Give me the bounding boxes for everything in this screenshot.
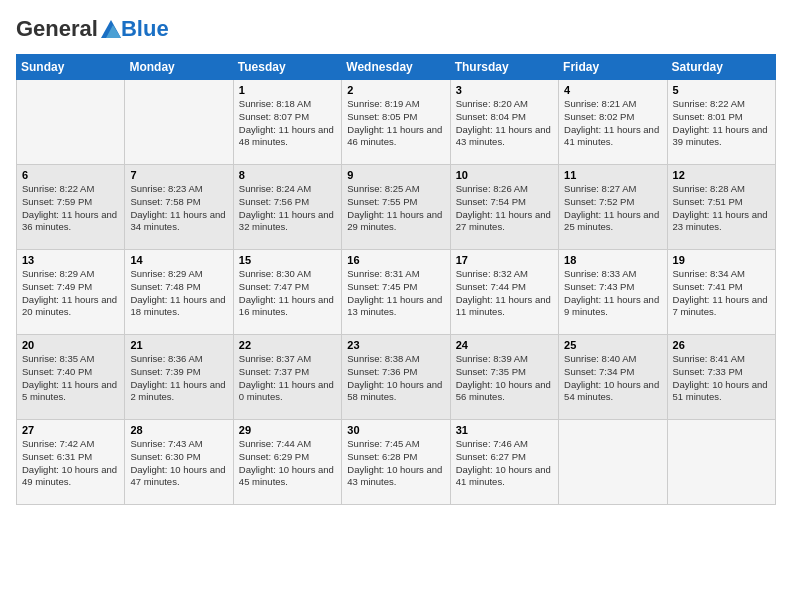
- calendar-cell: [17, 80, 125, 165]
- calendar-cell: 2Sunrise: 8:19 AMSunset: 8:05 PMDaylight…: [342, 80, 450, 165]
- day-info: Sunrise: 8:26 AMSunset: 7:54 PMDaylight:…: [456, 183, 553, 234]
- day-info: Sunrise: 8:40 AMSunset: 7:34 PMDaylight:…: [564, 353, 661, 404]
- day-header-tuesday: Tuesday: [233, 55, 341, 80]
- day-header-monday: Monday: [125, 55, 233, 80]
- day-info: Sunrise: 8:28 AMSunset: 7:51 PMDaylight:…: [673, 183, 770, 234]
- calendar-header: SundayMondayTuesdayWednesdayThursdayFrid…: [17, 55, 776, 80]
- calendar-cell: 13Sunrise: 8:29 AMSunset: 7:49 PMDayligh…: [17, 250, 125, 335]
- calendar-cell: 3Sunrise: 8:20 AMSunset: 8:04 PMDaylight…: [450, 80, 558, 165]
- calendar-cell: 26Sunrise: 8:41 AMSunset: 7:33 PMDayligh…: [667, 335, 775, 420]
- day-number: 14: [130, 254, 227, 266]
- day-number: 26: [673, 339, 770, 351]
- day-number: 3: [456, 84, 553, 96]
- day-info: Sunrise: 8:31 AMSunset: 7:45 PMDaylight:…: [347, 268, 444, 319]
- calendar-cell: 7Sunrise: 8:23 AMSunset: 7:58 PMDaylight…: [125, 165, 233, 250]
- logo-text: GeneralBlue: [16, 16, 169, 42]
- calendar-cell: 20Sunrise: 8:35 AMSunset: 7:40 PMDayligh…: [17, 335, 125, 420]
- calendar-cell: [667, 420, 775, 505]
- calendar-table: SundayMondayTuesdayWednesdayThursdayFrid…: [16, 54, 776, 505]
- day-info: Sunrise: 8:30 AMSunset: 7:47 PMDaylight:…: [239, 268, 336, 319]
- day-info: Sunrise: 8:32 AMSunset: 7:44 PMDaylight:…: [456, 268, 553, 319]
- calendar-cell: 31Sunrise: 7:46 AMSunset: 6:27 PMDayligh…: [450, 420, 558, 505]
- calendar-cell: 8Sunrise: 8:24 AMSunset: 7:56 PMDaylight…: [233, 165, 341, 250]
- day-number: 13: [22, 254, 119, 266]
- calendar-body: 1Sunrise: 8:18 AMSunset: 8:07 PMDaylight…: [17, 80, 776, 505]
- calendar-cell: 25Sunrise: 8:40 AMSunset: 7:34 PMDayligh…: [559, 335, 667, 420]
- day-number: 1: [239, 84, 336, 96]
- calendar-cell: 5Sunrise: 8:22 AMSunset: 8:01 PMDaylight…: [667, 80, 775, 165]
- calendar-cell: 22Sunrise: 8:37 AMSunset: 7:37 PMDayligh…: [233, 335, 341, 420]
- day-info: Sunrise: 8:37 AMSunset: 7:37 PMDaylight:…: [239, 353, 336, 404]
- calendar-week-2: 6Sunrise: 8:22 AMSunset: 7:59 PMDaylight…: [17, 165, 776, 250]
- calendar-cell: 9Sunrise: 8:25 AMSunset: 7:55 PMDaylight…: [342, 165, 450, 250]
- calendar-cell: 12Sunrise: 8:28 AMSunset: 7:51 PMDayligh…: [667, 165, 775, 250]
- calendar-cell: 1Sunrise: 8:18 AMSunset: 8:07 PMDaylight…: [233, 80, 341, 165]
- day-number: 30: [347, 424, 444, 436]
- day-number: 6: [22, 169, 119, 181]
- day-number: 18: [564, 254, 661, 266]
- day-number: 20: [22, 339, 119, 351]
- day-number: 15: [239, 254, 336, 266]
- calendar-cell: 19Sunrise: 8:34 AMSunset: 7:41 PMDayligh…: [667, 250, 775, 335]
- day-info: Sunrise: 7:43 AMSunset: 6:30 PMDaylight:…: [130, 438, 227, 489]
- calendar-cell: 24Sunrise: 8:39 AMSunset: 7:35 PMDayligh…: [450, 335, 558, 420]
- day-info: Sunrise: 8:38 AMSunset: 7:36 PMDaylight:…: [347, 353, 444, 404]
- day-info: Sunrise: 7:44 AMSunset: 6:29 PMDaylight:…: [239, 438, 336, 489]
- day-number: 31: [456, 424, 553, 436]
- day-info: Sunrise: 8:34 AMSunset: 7:41 PMDaylight:…: [673, 268, 770, 319]
- calendar-cell: 23Sunrise: 8:38 AMSunset: 7:36 PMDayligh…: [342, 335, 450, 420]
- day-info: Sunrise: 8:21 AMSunset: 8:02 PMDaylight:…: [564, 98, 661, 149]
- calendar-week-1: 1Sunrise: 8:18 AMSunset: 8:07 PMDaylight…: [17, 80, 776, 165]
- day-info: Sunrise: 8:22 AMSunset: 8:01 PMDaylight:…: [673, 98, 770, 149]
- calendar-cell: 14Sunrise: 8:29 AMSunset: 7:48 PMDayligh…: [125, 250, 233, 335]
- day-info: Sunrise: 8:19 AMSunset: 8:05 PMDaylight:…: [347, 98, 444, 149]
- day-number: 19: [673, 254, 770, 266]
- day-header-wednesday: Wednesday: [342, 55, 450, 80]
- calendar-cell: 17Sunrise: 8:32 AMSunset: 7:44 PMDayligh…: [450, 250, 558, 335]
- calendar-cell: 11Sunrise: 8:27 AMSunset: 7:52 PMDayligh…: [559, 165, 667, 250]
- day-number: 9: [347, 169, 444, 181]
- day-info: Sunrise: 7:42 AMSunset: 6:31 PMDaylight:…: [22, 438, 119, 489]
- day-info: Sunrise: 8:33 AMSunset: 7:43 PMDaylight:…: [564, 268, 661, 319]
- calendar-cell: [559, 420, 667, 505]
- day-info: Sunrise: 8:27 AMSunset: 7:52 PMDaylight:…: [564, 183, 661, 234]
- day-info: Sunrise: 8:25 AMSunset: 7:55 PMDaylight:…: [347, 183, 444, 234]
- logo-general: General: [16, 16, 98, 42]
- calendar-cell: 4Sunrise: 8:21 AMSunset: 8:02 PMDaylight…: [559, 80, 667, 165]
- day-number: 29: [239, 424, 336, 436]
- logo-blue: Blue: [121, 16, 169, 41]
- day-number: 17: [456, 254, 553, 266]
- day-header-sunday: Sunday: [17, 55, 125, 80]
- calendar-cell: 30Sunrise: 7:45 AMSunset: 6:28 PMDayligh…: [342, 420, 450, 505]
- calendar-week-5: 27Sunrise: 7:42 AMSunset: 6:31 PMDayligh…: [17, 420, 776, 505]
- day-number: 4: [564, 84, 661, 96]
- calendar-cell: 29Sunrise: 7:44 AMSunset: 6:29 PMDayligh…: [233, 420, 341, 505]
- calendar-week-3: 13Sunrise: 8:29 AMSunset: 7:49 PMDayligh…: [17, 250, 776, 335]
- page-container: GeneralBlue SundayMondayTuesdayWednesday…: [0, 0, 792, 515]
- day-info: Sunrise: 8:18 AMSunset: 8:07 PMDaylight:…: [239, 98, 336, 149]
- day-info: Sunrise: 8:23 AMSunset: 7:58 PMDaylight:…: [130, 183, 227, 234]
- day-number: 28: [130, 424, 227, 436]
- calendar-cell: 21Sunrise: 8:36 AMSunset: 7:39 PMDayligh…: [125, 335, 233, 420]
- day-info: Sunrise: 8:24 AMSunset: 7:56 PMDaylight:…: [239, 183, 336, 234]
- day-header-saturday: Saturday: [667, 55, 775, 80]
- day-info: Sunrise: 8:41 AMSunset: 7:33 PMDaylight:…: [673, 353, 770, 404]
- day-number: 23: [347, 339, 444, 351]
- header-row: SundayMondayTuesdayWednesdayThursdayFrid…: [17, 55, 776, 80]
- header: GeneralBlue: [16, 16, 776, 42]
- day-info: Sunrise: 8:35 AMSunset: 7:40 PMDaylight:…: [22, 353, 119, 404]
- day-info: Sunrise: 8:20 AMSunset: 8:04 PMDaylight:…: [456, 98, 553, 149]
- day-info: Sunrise: 7:45 AMSunset: 6:28 PMDaylight:…: [347, 438, 444, 489]
- day-number: 2: [347, 84, 444, 96]
- day-header-thursday: Thursday: [450, 55, 558, 80]
- day-number: 5: [673, 84, 770, 96]
- day-number: 11: [564, 169, 661, 181]
- day-info: Sunrise: 8:29 AMSunset: 7:49 PMDaylight:…: [22, 268, 119, 319]
- day-info: Sunrise: 8:39 AMSunset: 7:35 PMDaylight:…: [456, 353, 553, 404]
- day-number: 12: [673, 169, 770, 181]
- calendar-cell: 6Sunrise: 8:22 AMSunset: 7:59 PMDaylight…: [17, 165, 125, 250]
- day-number: 27: [22, 424, 119, 436]
- logo: GeneralBlue: [16, 16, 169, 42]
- day-number: 21: [130, 339, 227, 351]
- day-number: 7: [130, 169, 227, 181]
